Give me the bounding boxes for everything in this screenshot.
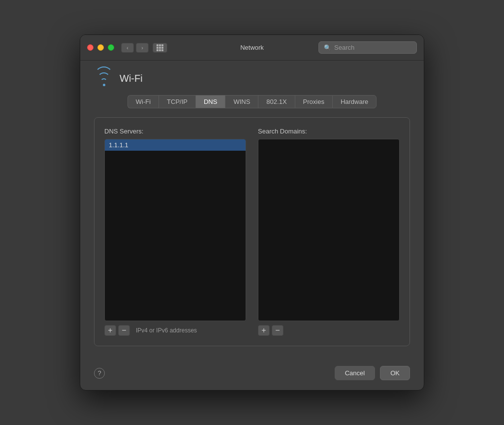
minimize-button[interactable] (97, 44, 104, 51)
tab-8021x[interactable]: 802.1X (258, 95, 294, 108)
help-button[interactable]: ? (94, 368, 105, 379)
tab-dns[interactable]: DNS (195, 95, 225, 108)
traffic-lights (87, 44, 114, 51)
content-area: Wi-Fi Wi-Fi TCP/IP DNS WINS 802.1X Proxi… (80, 61, 424, 358)
tabs-container: Wi-Fi TCP/IP DNS WINS 802.1X Proxies Har… (94, 95, 410, 108)
tab-tcpip[interactable]: TCP/IP (158, 95, 195, 108)
search-domains-column: Search Domains: + − (258, 128, 400, 336)
nav-buttons: ‹ › (121, 43, 149, 53)
ok-button[interactable]: OK (380, 366, 410, 380)
cancel-button[interactable]: Cancel (335, 366, 375, 380)
dns-panel: DNS Servers: 1.1.1.1 + − IPv4 or IPv6 ad… (94, 117, 410, 346)
dns-servers-label: DNS Servers: (104, 128, 246, 135)
search-domains-buttons: + − (258, 325, 400, 336)
dns-servers-list[interactable]: 1.1.1.1 (104, 139, 246, 321)
tab-wifi[interactable]: Wi-Fi (127, 95, 158, 108)
tab-wins[interactable]: WINS (225, 95, 258, 108)
forward-button[interactable]: › (136, 43, 149, 53)
search-domains-list[interactable] (258, 139, 400, 321)
titlebar: ‹ › Network 🔍 (80, 35, 424, 61)
search-input[interactable] (334, 44, 411, 51)
dns-remove-button[interactable]: − (118, 325, 130, 336)
network-window: ‹ › Network 🔍 Wi-Fi (80, 34, 424, 391)
maximize-button[interactable] (108, 44, 114, 51)
search-domains-label: Search Domains: (258, 128, 400, 135)
window-title: Network (240, 44, 264, 51)
dns-servers-buttons: + − IPv4 or IPv6 addresses (104, 325, 246, 336)
tab-hardware[interactable]: Hardware (332, 95, 377, 108)
bottom-bar: ? Cancel OK (80, 358, 424, 390)
dns-server-entry[interactable]: 1.1.1.1 (105, 139, 246, 151)
dns-add-button[interactable]: + (104, 325, 116, 336)
back-button[interactable]: ‹ (121, 43, 134, 53)
dns-row: DNS Servers: 1.1.1.1 + − IPv4 or IPv6 ad… (104, 128, 400, 336)
domains-remove-button[interactable]: − (272, 325, 284, 336)
tab-proxies[interactable]: Proxies (295, 95, 332, 108)
domains-add-button[interactable]: + (258, 325, 270, 336)
close-button[interactable] (87, 44, 94, 51)
wifi-icon (94, 70, 114, 86)
wifi-header: Wi-Fi (94, 70, 410, 86)
action-buttons: Cancel OK (335, 366, 410, 380)
grid-button[interactable] (153, 43, 167, 53)
search-bar[interactable]: 🔍 (318, 41, 417, 54)
search-icon: 🔍 (324, 44, 331, 51)
dns-hint: IPv4 or IPv6 addresses (136, 327, 197, 334)
wifi-label: Wi-Fi (120, 73, 143, 84)
grid-icon (157, 44, 163, 51)
dns-servers-column: DNS Servers: 1.1.1.1 + − IPv4 or IPv6 ad… (104, 128, 246, 336)
